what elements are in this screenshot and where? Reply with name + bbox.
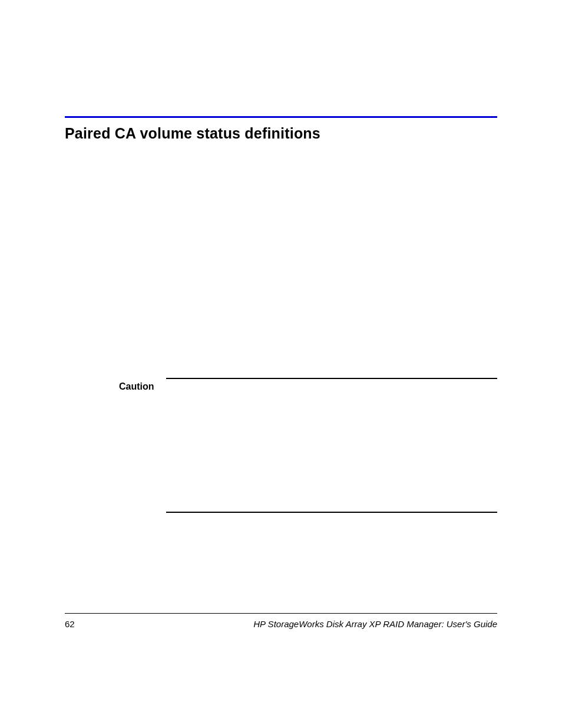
caution-top-rule bbox=[166, 378, 497, 379]
footer-rule bbox=[65, 613, 497, 614]
section-rule-blue bbox=[65, 116, 497, 118]
page-content: Paired CA volume status definitions Caut… bbox=[65, 0, 497, 728]
section-heading: Paired CA volume status definitions bbox=[65, 125, 320, 142]
caution-bottom-rule bbox=[166, 512, 497, 513]
footer-book-title: HP StorageWorks Disk Array XP RAID Manag… bbox=[253, 619, 497, 629]
page-number: 62 bbox=[65, 619, 75, 629]
page-footer: 62 HP StorageWorks Disk Array XP RAID Ma… bbox=[65, 619, 497, 629]
caution-label: Caution bbox=[119, 381, 154, 392]
